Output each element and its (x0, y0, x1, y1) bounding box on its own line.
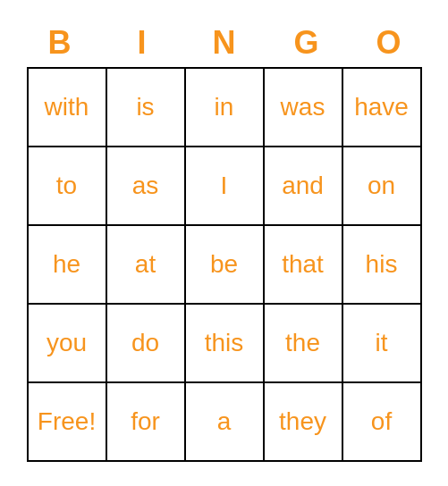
cell-18[interactable]: the (265, 305, 343, 383)
cell-10[interactable]: he (29, 226, 107, 305)
cell-12[interactable]: be (186, 226, 265, 305)
bingo-header: B I N G O (19, 24, 430, 62)
cell-11[interactable]: at (107, 226, 186, 305)
header-b: B (21, 24, 99, 62)
cell-7[interactable]: I (186, 147, 265, 226)
cell-6[interactable]: as (107, 147, 186, 226)
cell-20[interactable]: Free! (29, 383, 107, 462)
header-i: I (103, 24, 182, 62)
cell-21[interactable]: for (107, 383, 186, 462)
cell-17[interactable]: this (186, 305, 265, 383)
cell-22[interactable]: a (186, 383, 265, 462)
cell-9[interactable]: on (343, 147, 422, 226)
cell-4[interactable]: have (343, 69, 422, 147)
header-g: G (267, 24, 346, 62)
cell-2[interactable]: in (186, 69, 265, 147)
cell-3[interactable]: was (265, 69, 343, 147)
header-o: O (350, 24, 428, 62)
header-n: N (185, 24, 264, 62)
cell-0[interactable]: with (29, 69, 107, 147)
cell-8[interactable]: and (265, 147, 343, 226)
bingo-grid: with is in was have to as I and on he at… (27, 67, 422, 462)
cell-15[interactable]: you (29, 305, 107, 383)
cell-1[interactable]: is (107, 69, 186, 147)
cell-5[interactable]: to (29, 147, 107, 226)
cell-19[interactable]: it (343, 305, 422, 383)
bingo-card: B I N G O with is in was have to as I an… (10, 15, 439, 471)
cell-14[interactable]: his (343, 226, 422, 305)
cell-24[interactable]: of (343, 383, 422, 462)
cell-16[interactable]: do (107, 305, 186, 383)
cell-13[interactable]: that (265, 226, 343, 305)
cell-23[interactable]: they (265, 383, 343, 462)
